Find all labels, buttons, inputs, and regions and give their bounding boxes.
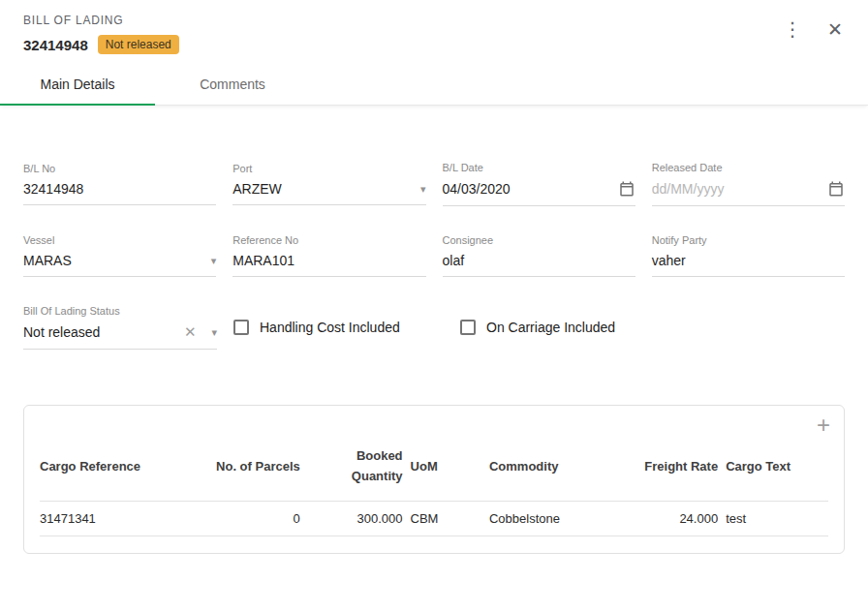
notify-party-value: vaher [652,253,686,268]
bl-no-label: B/L No [23,163,216,174]
table-cell: test [726,501,828,536]
table-cell: 24.000 [639,501,727,536]
bl-status-field: Bill Of Lading Status Not released ✕ ▾ [23,305,217,350]
bl-date-value: 04/03/2020 [443,181,511,197]
on-carriage-checkbox[interactable]: On Carriage Included [460,320,670,335]
consignee-field: Consignee olaf [443,234,636,277]
notify-party-input[interactable]: vaher [652,246,845,277]
checkbox-icon[interactable] [460,320,476,335]
released-date-input[interactable]: dd/MM/yyyy [652,173,845,206]
chevron-down-icon[interactable]: ▾ [211,326,217,339]
add-cargo-button[interactable]: + [817,412,830,440]
bl-date-input[interactable]: 04/03/2020 [443,173,636,206]
cargo-card: + Cargo ReferenceNo. of ParcelsBooked Qu… [23,405,845,554]
port-select[interactable]: ARZEW ▾ [232,174,425,205]
column-header: Freight Rate [639,441,727,501]
checkbox-label: On Carriage Included [486,320,615,335]
reference-no-label: Reference No [232,234,425,246]
tab-bar: Main Details Comments [0,62,868,106]
table-cell: 300.000 [308,501,411,536]
table-cell: CBM [411,501,489,536]
column-header: Booked Quantity [308,441,411,501]
column-header: UoM [411,441,489,501]
main-details-panel: B/L No 32414948 Port ARZEW ▾ B/L Date 04… [0,106,868,350]
reference-no-field: Reference No MARA101 [232,234,425,277]
notify-party-label: Notify Party [652,234,845,246]
bl-status-label: Bill Of Lading Status [23,305,217,317]
checkbox-icon[interactable] [233,320,249,335]
vessel-label: Vessel [23,234,216,246]
released-date-placeholder: dd/MM/yyyy [652,181,725,197]
bl-status-select[interactable]: Not released ✕ ▾ [23,317,217,350]
calendar-icon[interactable] [827,180,845,198]
tab-main-details[interactable]: Main Details [0,62,155,105]
vessel-field: Vessel MARAS ▾ [23,234,216,277]
bl-date-label: B/L Date [443,162,636,173]
bl-status-value: Not released [23,324,100,340]
calendar-icon[interactable] [618,180,636,198]
page-title: BILL OF LADING [23,14,845,27]
dialog-header: BILL OF LADING 32414948 Not released ⋮ ✕ [0,0,868,62]
vessel-value: MARAS [23,253,72,268]
bl-number: 32414948 [23,37,88,53]
close-icon[interactable]: ✕ [827,20,843,39]
cargo-table: Cargo ReferenceNo. of ParcelsBooked Quan… [40,441,828,536]
bl-date-field: B/L Date 04/03/2020 [443,162,636,206]
released-date-field: Released Date dd/MM/yyyy [652,162,845,206]
consignee-input[interactable]: olaf [443,246,636,277]
consignee-value: olaf [443,253,465,268]
table-header-row: Cargo ReferenceNo. of ParcelsBooked Quan… [40,441,828,501]
bl-no-input[interactable]: 32414948 [23,174,216,205]
table-cell: 31471341 [40,501,213,536]
status-badge: Not released [98,35,179,54]
chevron-down-icon[interactable]: ▾ [420,183,426,196]
column-header: Commodity [489,441,639,501]
handling-cost-checkbox[interactable]: Handling Cost Included [233,320,444,335]
column-header: Cargo Text [726,441,828,501]
released-date-label: Released Date [652,162,845,173]
port-value: ARZEW [232,181,282,197]
bl-no-field: B/L No 32414948 [23,163,216,205]
table-cell: Cobbelstone [489,501,639,536]
reference-no-input[interactable]: MARA101 [232,246,425,277]
column-header: Cargo Reference [40,441,213,501]
notify-party-field: Notify Party vaher [652,234,845,277]
port-label: Port [232,163,425,174]
chevron-down-icon[interactable]: ▾ [211,255,217,267]
table-cell: 0 [213,501,308,536]
consignee-label: Consignee [443,234,636,246]
table-row[interactable]: 314713410300.000CBMCobbelstone24.000test [40,501,828,536]
column-header: No. of Parcels [213,441,308,501]
port-field: Port ARZEW ▾ [232,163,425,205]
bl-no-value: 32414948 [23,181,83,197]
tab-comments[interactable]: Comments [155,62,310,105]
vessel-select[interactable]: MARAS ▾ [23,246,216,277]
kebab-menu-icon[interactable]: ⋮ [783,19,802,39]
reference-no-value: MARA101 [232,253,294,268]
clear-icon[interactable]: ✕ [184,323,197,341]
checkbox-label: Handling Cost Included [260,320,400,335]
